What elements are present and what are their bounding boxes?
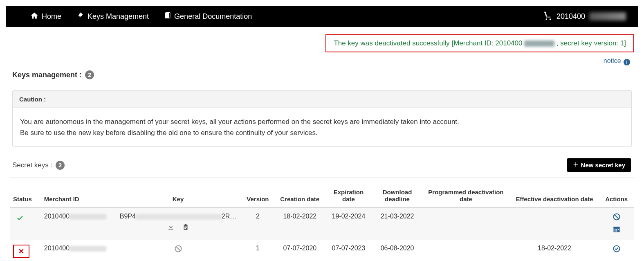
clipboard-icon[interactable] [182,223,189,232]
deactivate-icon[interactable] [613,213,621,223]
document-icon [164,12,171,21]
caution-line1: You are autonomous in the management of … [20,116,624,127]
expiration-cell: 19-02-2024 [324,208,373,240]
download-cell: 21-03-2022 [373,208,422,240]
table-row: 2010400 1 07-07-2020 07-07-2023 06-08-20… [10,240,634,261]
effective-cell: 18-02-2022 [510,240,599,261]
page-title: Keys management : 2 [10,69,634,86]
col-programmed: Programmed deactivation date [422,186,510,208]
notice-link[interactable]: notice i [604,57,630,64]
programmed-cell [422,208,510,240]
page-title-text: Keys management : [12,71,82,79]
svg-rect-10 [616,231,617,232]
table-row: 2010400 B9P42R… 2 18-02-2022 19-02- [10,208,634,240]
caution-line2: Be sure to use the new key before disabl… [20,127,624,138]
new-secret-key-label: New secret key [581,162,625,169]
nav-keys[interactable]: Keys Management [76,11,149,22]
new-secret-key-button[interactable]: New secret key [567,158,631,172]
nav-keys-label: Keys Management [88,12,149,21]
key-suffix: 2R… [222,213,236,220]
caution-heading: Caution : [13,91,631,108]
success-bracket-open: [Merchant ID: [452,39,496,47]
confirm-icon[interactable] [613,247,621,254]
status-active [13,213,27,223]
check-icon [16,214,24,222]
merchant-id: 2010400 [44,213,70,220]
svg-rect-6 [615,229,616,230]
home-icon [30,11,38,22]
nav-merchant-id: 2010400 [556,12,585,21]
col-expiration: Expiration date [324,186,373,208]
svg-line-12 [176,247,180,251]
col-key: Key [116,186,240,208]
key-prefix: B9P4 [120,213,136,220]
svg-rect-7 [616,229,617,230]
plus-icon [573,162,579,169]
calendar-icon[interactable] [613,225,621,235]
success-banner: The key was deactivated successfully [Me… [325,34,634,52]
info-icon: i [624,59,630,65]
col-status: Status [10,186,41,208]
status-deactivated [13,245,29,258]
nav-merchant-blur [589,12,626,20]
caution-panel: Caution : You are autonomous in the mana… [12,90,632,147]
col-download: Download deadline [373,186,422,208]
creation-cell: 18-02-2022 [276,208,324,240]
programmed-cell [422,240,510,261]
svg-rect-5 [613,227,619,228]
col-version: Version [240,186,276,208]
success-merchant-blur [524,40,554,47]
success-merchant-id: 2010400 [495,39,522,47]
notice-label: notice [604,57,621,64]
version-cell: 1 [240,240,276,261]
secret-keys-table: Status Merchant ID Key Version Creation … [10,186,634,261]
expiration-cell: 07-07-2023 [324,240,373,261]
secret-keys-title: Secret keys : 2 [12,161,65,170]
creation-cell: 07-07-2020 [276,240,324,261]
success-suffix: , secret key version: 1] [556,39,626,47]
version-cell: 2 [240,208,276,240]
svg-rect-9 [615,231,616,232]
col-effective: Effective deactivation date [510,186,599,208]
cross-icon [18,248,25,254]
success-prefix: The key was deactivated successfully [334,39,451,47]
secret-keys-title-text: Secret keys : [12,161,52,169]
key-blur [136,214,222,220]
secret-keys-count: 2 [56,161,65,170]
merchant-blur [70,214,106,220]
svg-line-3 [615,215,619,219]
nav-merchant[interactable]: 2010400 [543,11,626,22]
merchant-blur [70,246,106,252]
starburst-icon [76,11,84,22]
download-cell: 06-08-2020 [373,240,422,261]
nav-home-label: Home [42,12,61,21]
col-actions: Actions [599,186,634,208]
nav-docs[interactable]: General Documentation [164,12,252,21]
col-merchant: Merchant ID [41,186,116,208]
page-title-count: 2 [85,70,94,79]
key-disabled-icon [174,247,182,254]
nav-home[interactable]: Home [30,11,61,22]
merchant-id: 2010400 [44,245,70,252]
svg-rect-8 [618,229,619,230]
download-icon[interactable] [167,223,175,232]
top-navbar: Home Keys Management General Documentati… [6,6,638,27]
nav-docs-label: General Documentation [174,12,252,21]
col-creation: Creation date [276,186,324,208]
cart-icon [543,11,552,22]
effective-cell [510,208,599,240]
